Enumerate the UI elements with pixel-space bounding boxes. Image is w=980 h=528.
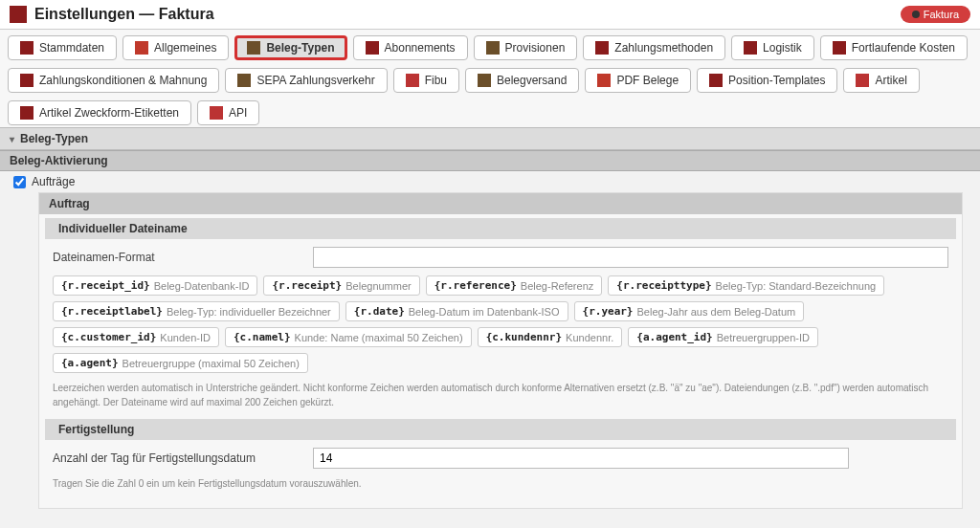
label-dateinamen-format: Dateinamen-Format	[53, 251, 301, 264]
token-code: {a.agent}	[61, 357, 119, 369]
tab-label: SEPA Zahlungsverkehr	[256, 74, 374, 87]
top-bar: Einstellungen — Faktura Faktura	[0, 0, 980, 30]
tab-label: Belegversand	[497, 74, 567, 87]
hint-fertigstellung: Tragen Sie die Zahl 0 ein um kein Fertig…	[53, 476, 948, 491]
token-desc: Betreuergruppe (maximal 50 Zeichen)	[122, 358, 300, 369]
tab-position-templates[interactable]: Position-Templates	[697, 68, 837, 93]
chevron-down-icon: ▾	[10, 134, 14, 144]
token-desc: Beleg-Datum im Datenbank-ISO	[409, 306, 560, 318]
page-title: Einstellungen — Faktura	[34, 6, 214, 23]
tab-label: Abonnements	[385, 41, 456, 55]
tab-label: Position-Templates	[728, 74, 825, 87]
tab-icon	[237, 74, 251, 87]
section-label: Beleg-Typen	[20, 132, 88, 145]
tab-beleg-typen[interactable]: Beleg-Typen	[234, 35, 346, 60]
token-desc: Kundennr.	[566, 332, 613, 343]
token-code: {r.receiptlabel}	[61, 305, 163, 318]
token[interactable]: {r.receipt_id}Beleg-Datenbank-ID	[53, 275, 257, 296]
tab-label: API	[229, 106, 247, 120]
token[interactable]: {r.date}Beleg-Datum im Datenbank-ISO	[345, 301, 568, 321]
tab-sepa-zahlungsverkehr[interactable]: SEPA Zahlungsverkehr	[225, 68, 387, 93]
token[interactable]: {c.kundennr}Kundennr.	[478, 327, 623, 347]
token-code: {c.kundennr}	[486, 331, 562, 343]
token[interactable]: {r.receipt}Belegnummer	[263, 275, 419, 296]
token-desc: Beleg-Datenbank-ID	[154, 280, 250, 292]
tab-icon	[744, 41, 757, 55]
tab-zahlungsmethoden[interactable]: Zahlungsmethoden	[583, 35, 725, 60]
tab-allgemeines[interactable]: Allgemeines	[122, 35, 229, 60]
subhead-beleg-aktivierung: Beleg-Aktivierung	[0, 150, 980, 171]
tabs-row-2: Zahlungskonditionen & MahnungSEPA Zahlun…	[0, 62, 980, 95]
panel-filename-title: Individueller Dateiname	[45, 218, 956, 239]
tab-icon	[135, 41, 148, 55]
tab-fibu[interactable]: Fibu	[393, 68, 459, 93]
token-desc: Beleg-Jahr aus dem Beleg-Datum	[637, 306, 796, 318]
status-dot-icon	[912, 11, 920, 18]
tab-label: Zahlungskonditionen & Mahnung	[39, 74, 207, 87]
token-desc: Beleg-Typ: individueller Bezeichner	[167, 306, 331, 318]
faktura-badge[interactable]: Faktura	[901, 6, 970, 23]
tab-icon	[856, 74, 869, 87]
tab-label: PDF Belege	[616, 74, 679, 87]
tab-label: Beleg-Typen	[266, 41, 334, 55]
panel-auftrag: Auftrag Individueller Dateiname Dateinam…	[38, 192, 963, 509]
tab-label: Zahlungsmethoden	[614, 41, 713, 55]
token-code: {r.year}	[583, 305, 634, 318]
token-desc: Belegnummer	[345, 280, 411, 292]
panel-auftrag-title: Auftrag	[39, 193, 962, 214]
tab-icon	[833, 41, 846, 55]
tab-belegversand[interactable]: Belegversand	[465, 68, 579, 93]
tab-pdf-belege[interactable]: PDF Belege	[585, 68, 691, 93]
label-fertigstellung: Anzahl der Tag für Fertigstellungsdatum	[53, 451, 301, 465]
section-beleg-typen[interactable]: ▾ Beleg-Typen	[0, 127, 980, 150]
label-auftraege: Aufträge	[32, 175, 75, 188]
token[interactable]: {a.agent}Betreuergruppe (maximal 50 Zeic…	[53, 353, 308, 373]
token-desc: Betreuergruppen-ID	[717, 332, 810, 343]
token-code: {c.namel}	[234, 331, 291, 343]
faktura-badge-label: Faktura	[924, 9, 959, 20]
tab-label: Artikel	[875, 74, 906, 87]
checkbox-auftraege[interactable]	[13, 176, 26, 188]
tab-icon	[486, 41, 500, 55]
tab-zahlungskonditionen-mahnung[interactable]: Zahlungskonditionen & Mahnung	[8, 68, 219, 93]
token-list: {r.receipt_id}Beleg-Datenbank-ID{r.recei…	[53, 275, 948, 373]
input-dateinamen-format[interactable]	[313, 247, 948, 268]
tab-icon	[406, 74, 419, 87]
tab-label: Artikel Zweckform-Etiketten	[39, 106, 179, 120]
hint-filename: Leerzeichen werden automatisch in Unters…	[53, 381, 948, 409]
tab-label: Fibu	[425, 74, 447, 87]
token[interactable]: {r.receiptlabel}Beleg-Typ: individueller…	[53, 301, 340, 321]
token-code: {c.customer_id}	[61, 331, 156, 343]
tab-icon	[597, 74, 611, 87]
token-code: {r.receipt}	[272, 279, 342, 292]
token-code: {r.reference}	[434, 279, 517, 292]
lower-checks: Individueller Belegbezeichner Auftragsbe…	[0, 518, 980, 528]
token-code: {r.receipt_id}	[61, 279, 150, 292]
tab-icon	[366, 41, 379, 55]
token[interactable]: {r.receipttype}Beleg-Typ: Standard-Bezei…	[608, 275, 884, 296]
tab-label: Provisionen	[505, 41, 566, 55]
tab-fortlaufende-kosten[interactable]: Fortlaufende Kosten	[820, 35, 968, 60]
row-auftraege[interactable]: Aufträge	[0, 171, 980, 192]
token[interactable]: {r.reference}Beleg-Referenz	[426, 275, 603, 296]
tab-provisionen[interactable]: Provisionen	[474, 35, 578, 60]
token-code: {r.receipttype}	[616, 279, 711, 292]
input-fertigstellung[interactable]	[313, 448, 849, 469]
row-indiv-belegbezeichner[interactable]: Individueller Belegbezeichner	[44, 524, 961, 528]
tab-icon	[478, 74, 491, 87]
tab-logistik[interactable]: Logistik	[731, 35, 814, 60]
token[interactable]: {c.namel}Kunde: Name (maximal 50 Zeichen…	[225, 327, 472, 347]
token[interactable]: {c.customer_id}Kunden-ID	[53, 327, 219, 347]
tab-abonnements[interactable]: Abonnements	[353, 35, 468, 60]
tab-api[interactable]: API	[197, 100, 259, 125]
tab-label: Stammdaten	[39, 41, 104, 55]
tab-stammdaten[interactable]: Stammdaten	[8, 35, 117, 60]
panel-fertigstellung-title: Fertigstellung	[45, 419, 956, 440]
tab-artikel[interactable]: Artikel	[843, 68, 919, 93]
token-desc: Kunde: Name (maximal 50 Zeichen)	[295, 332, 463, 343]
tab-label: Logistik	[763, 41, 802, 55]
tab-artikel-zweckform-etiketten[interactable]: Artikel Zweckform-Etiketten	[8, 100, 191, 125]
tab-icon	[210, 106, 223, 120]
token[interactable]: {a.agent_id}Betreuergruppen-ID	[628, 327, 818, 347]
token[interactable]: {r.year}Beleg-Jahr aus dem Beleg-Datum	[574, 301, 805, 321]
